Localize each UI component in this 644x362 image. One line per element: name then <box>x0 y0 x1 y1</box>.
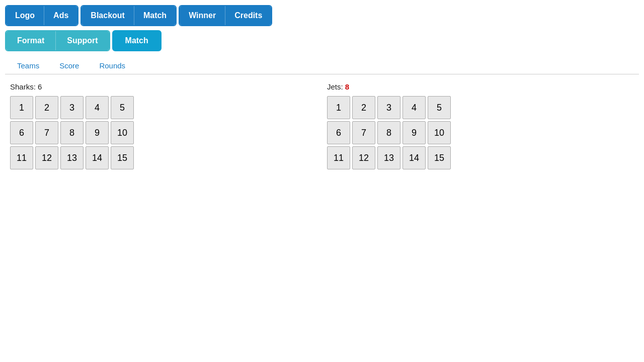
tab-teams[interactable]: Teams <box>7 57 49 74</box>
jets-round-10[interactable]: 10 <box>428 121 451 144</box>
jets-round-8[interactable]: 8 <box>377 121 400 144</box>
btn-group-logo-ads: Logo Ads <box>5 5 78 26</box>
btn-winner[interactable]: Winner <box>180 6 225 25</box>
jets-round-1[interactable]: 1 <box>327 96 350 119</box>
sharks-round-7[interactable]: 7 <box>35 121 58 144</box>
btn-credits[interactable]: Credits <box>225 6 271 25</box>
toolbar-row-1: Logo Ads Blackout Match Winner Credits <box>5 5 639 26</box>
jets-round-6[interactable]: 6 <box>327 121 350 144</box>
jets-round-12[interactable]: 12 <box>352 146 375 169</box>
jets-round-11[interactable]: 11 <box>327 146 350 169</box>
sharks-round-5[interactable]: 5 <box>111 96 134 119</box>
team-label-sharks: Sharks: 6 <box>10 82 317 91</box>
content-area: Sharks: 6 123456789101112131415 Jets: 8 … <box>5 82 639 169</box>
sharks-round-1[interactable]: 1 <box>10 96 33 119</box>
sharks-round-4[interactable]: 4 <box>86 96 109 119</box>
jets-score: 8 <box>345 82 349 91</box>
sharks-round-grid: 123456789101112131415 <box>10 96 317 169</box>
btn-format[interactable]: Format <box>6 31 56 50</box>
btn-group-format-support: Format Support <box>5 30 110 51</box>
jets-round-2[interactable]: 2 <box>352 96 375 119</box>
btn-logo[interactable]: Logo <box>6 6 44 25</box>
sharks-round-9[interactable]: 9 <box>86 121 109 144</box>
btn-ads[interactable]: Ads <box>44 6 77 25</box>
jets-round-3[interactable]: 3 <box>377 96 400 119</box>
sharks-round-12[interactable]: 12 <box>35 146 58 169</box>
sharks-score: 6 <box>38 82 42 91</box>
jets-round-13[interactable]: 13 <box>377 146 400 169</box>
sharks-round-3[interactable]: 3 <box>60 96 84 119</box>
btn-support[interactable]: Support <box>56 31 109 50</box>
jets-round-4[interactable]: 4 <box>403 96 426 119</box>
btn-blackout[interactable]: Blackout <box>82 6 134 25</box>
sharks-round-15[interactable]: 15 <box>111 146 134 169</box>
tab-score[interactable]: Score <box>49 57 89 74</box>
btn-match-active[interactable]: Match <box>112 30 162 51</box>
team-section-jets: Jets: 8 123456789101112131415 <box>322 82 639 169</box>
btn-group-blackout-match: Blackout Match <box>80 5 177 26</box>
tab-rounds[interactable]: Rounds <box>89 57 135 74</box>
team-section-sharks: Sharks: 6 123456789101112131415 <box>5 82 322 169</box>
tabs-row: Teams Score Rounds <box>5 57 639 74</box>
sharks-round-8[interactable]: 8 <box>60 121 84 144</box>
jets-round-14[interactable]: 14 <box>403 146 426 169</box>
sharks-round-10[interactable]: 10 <box>111 121 134 144</box>
jets-round-5[interactable]: 5 <box>428 96 451 119</box>
jets-round-grid: 123456789101112131415 <box>327 96 634 169</box>
jets-round-9[interactable]: 9 <box>403 121 426 144</box>
team-label-jets: Jets: 8 <box>327 82 634 91</box>
jets-round-7[interactable]: 7 <box>352 121 375 144</box>
sharks-round-6[interactable]: 6 <box>10 121 33 144</box>
btn-group-winner-credits: Winner Credits <box>179 5 272 26</box>
sharks-round-11[interactable]: 11 <box>10 146 33 169</box>
toolbar-row-2: Format Support Match <box>5 30 639 51</box>
btn-match-row1[interactable]: Match <box>134 6 176 25</box>
sharks-round-13[interactable]: 13 <box>60 146 84 169</box>
sharks-round-14[interactable]: 14 <box>86 146 109 169</box>
sharks-round-2[interactable]: 2 <box>35 96 58 119</box>
jets-round-15[interactable]: 15 <box>428 146 451 169</box>
